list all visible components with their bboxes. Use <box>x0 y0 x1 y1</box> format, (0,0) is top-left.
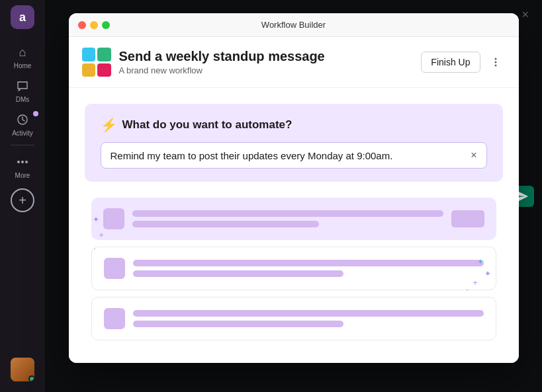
automate-icon: ⚡ <box>101 117 117 133</box>
workflow-icon <box>82 48 111 77</box>
workflow-builder-modal: Workflow Builder Send a weekly standup m… <box>69 13 519 363</box>
skeleton-lines-middle <box>133 260 484 277</box>
automate-card: ⚡ What do you want to automate? × <box>85 104 503 182</box>
wi-blue <box>82 48 96 61</box>
svg-point-4 <box>494 61 496 63</box>
finish-up-button[interactable]: Finish Up <box>421 52 480 73</box>
modal-header-text: Send a weekly standup message A brand ne… <box>119 49 422 75</box>
skeleton-card-middle <box>91 247 496 290</box>
activity-icon <box>14 111 31 128</box>
workflow-subtitle: A brand new workflow <box>119 65 422 75</box>
sidebar-item-home[interactable]: ⌂ Home <box>0 40 45 73</box>
avatar[interactable] <box>11 358 34 381</box>
automate-title: What do you want to automate? <box>122 118 293 132</box>
skeleton-line-4 <box>133 270 343 277</box>
workspace-icon[interactable]: a <box>11 5 34 29</box>
sidebar-divider <box>11 145 34 145</box>
skeleton-lines-bottom <box>133 310 484 327</box>
svg-point-0 <box>17 161 20 163</box>
modal-overlay: Workflow Builder Send a weekly standup m… <box>45 0 542 392</box>
skeleton-cards-area: ✦ + · + ✦ + · <box>85 198 503 340</box>
dms-icon <box>14 77 31 95</box>
automate-clear-button[interactable]: × <box>471 149 476 161</box>
more-options-button[interactable] <box>486 52 506 72</box>
modal-header: Send a weekly standup message A brand ne… <box>69 37 519 88</box>
skeleton-line-6 <box>133 321 343 327</box>
home-icon: ⌂ <box>14 44 31 61</box>
workflow-title: Send a weekly standup message <box>119 49 422 64</box>
main-area: Workflow Builder Send a weekly standup m… <box>45 0 542 392</box>
skeleton-icon-bottom <box>104 308 125 329</box>
modal-title: Workflow Builder <box>261 20 326 30</box>
modal-body: ⚡ What do you want to automate? × ✦ + · … <box>69 88 519 363</box>
svg-point-2 <box>25 161 28 163</box>
automate-header: ⚡ What do you want to automate? <box>101 117 487 133</box>
modal-header-actions: Finish Up <box>421 52 505 73</box>
skeleton-icon-top <box>103 208 124 229</box>
avatar-status-indicator <box>28 375 34 381</box>
sidebar-item-activity[interactable]: Activity <box>0 107 45 141</box>
sidebar: a ⌂ Home DMs Activity <box>0 0 45 392</box>
close-window-button[interactable] <box>78 21 86 29</box>
window-controls <box>78 21 110 29</box>
wi-red <box>97 63 111 77</box>
svg-point-3 <box>494 58 496 60</box>
wi-green <box>97 48 111 61</box>
skeleton-line-3 <box>133 260 484 266</box>
minimize-window-button[interactable] <box>90 21 98 29</box>
sidebar-item-dms[interactable]: DMs <box>0 73 45 107</box>
skeleton-line-1 <box>132 210 443 217</box>
sidebar-item-more[interactable]: More <box>0 149 45 183</box>
skeleton-card-top <box>91 198 496 240</box>
skeleton-card-bottom <box>91 297 496 340</box>
activity-badge <box>33 111 38 116</box>
add-workspace-button[interactable]: + <box>11 188 34 212</box>
automate-input[interactable] <box>111 150 466 161</box>
skeleton-line-5 <box>133 310 484 317</box>
more-icon <box>14 153 31 171</box>
skeleton-button-top <box>451 210 484 227</box>
modal-titlebar: Workflow Builder <box>69 13 519 37</box>
svg-point-5 <box>494 65 496 67</box>
skeleton-line-2 <box>132 221 319 227</box>
skeleton-lines-top <box>132 210 443 227</box>
wi-yellow <box>82 63 96 77</box>
skeleton-icon-middle <box>104 258 125 279</box>
fullscreen-window-button[interactable] <box>102 21 110 29</box>
automate-input-wrapper: × <box>101 142 487 169</box>
svg-point-1 <box>21 161 24 163</box>
